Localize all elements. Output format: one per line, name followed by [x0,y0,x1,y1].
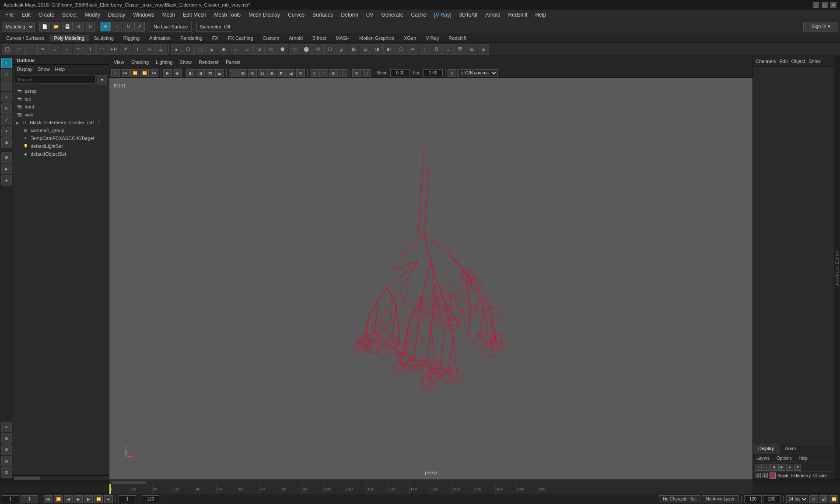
rp-layer-add-btn[interactable]: + [755,464,762,471]
vp-prev-key[interactable]: ⏪ [130,69,139,77]
tool-mirror[interactable]: ⇔ [407,44,418,55]
tool-bezier[interactable]: ◠ [96,44,108,55]
rp-layer-down-btn[interactable]: ▼ [794,464,801,471]
vp-gamma-select[interactable]: sRGB gamma [457,69,498,77]
outliner-item-side[interactable]: 📷 side [14,111,108,119]
rp-layer-del-btn[interactable]: - [763,464,770,471]
current-frame-input[interactable] [21,495,38,503]
layer-tool1[interactable]: ≡ [1,422,12,432]
tool-wire[interactable]: ⊡ [360,44,371,55]
rp-display-tab[interactable]: Display [753,444,780,454]
menu-generate[interactable]: Generate [378,11,406,19]
vp-prev-frame[interactable]: ⏮ [121,69,130,77]
vp-menu-lighting[interactable]: Lighting [153,59,175,66]
step-fwd-btn[interactable]: ⏩ [94,495,103,503]
bc-extra1[interactable]: ⚙ [809,495,818,503]
tool-ep[interactable]: EP [108,44,119,55]
outliner-item-tempcam[interactable]: ✦ TempCamFBXASCO46Target [14,134,108,142]
tool-curve1[interactable]: ⌒ [25,44,37,55]
vp-render3[interactable]: ▤ [248,69,257,77]
vp-loc1[interactable]: ⊕ [310,69,318,77]
tool-polygon[interactable]: ⬟ [277,44,288,55]
menu-select[interactable]: Select [59,11,80,19]
menu-3dtoall[interactable]: 3DToAll [456,11,481,19]
outliner-item-camera1group[interactable]: ⊞ camera1_group [14,126,108,134]
tool-square[interactable]: □ [14,44,25,55]
vp-menu-shading[interactable]: Shading [129,59,151,66]
vp-sel2[interactable]: ◨ [196,69,205,77]
rp-help-tab[interactable]: Help [795,455,811,462]
menu-redshift[interactable]: Redshift [505,11,531,19]
tab-custom[interactable]: Custom [258,35,284,42]
menu-create[interactable]: Create [35,11,58,19]
tool-circle[interactable]: ◯ [2,44,13,55]
bc-extra3[interactable]: 🔁 [830,495,838,503]
viewport-canvas[interactable]: front [109,78,752,480]
layer-tool5[interactable]: ⊡ [1,467,12,478]
frame-val-input[interactable] [119,495,136,503]
tool-bevel[interactable]: ⬠ [395,44,406,55]
vp-menu-renderer[interactable]: Renderer [196,59,221,66]
tool-fill[interactable]: ⬦ [442,44,454,55]
timeline-scroll-thumb[interactable] [111,481,146,484]
tab-mash[interactable]: MASH [331,35,354,42]
vp-render2[interactable]: ▦ [238,69,247,77]
scale-tool[interactable]: ⤢ [1,115,12,125]
minimize-button[interactable]: _ [813,2,819,8]
outliner-item-objectset[interactable]: ◈ defaultObjectSet [14,150,108,158]
timeline-track-scrollbar[interactable] [109,480,752,484]
maximize-button[interactable]: □ [822,2,828,8]
scale-btn[interactable]: ⤢ [134,22,145,32]
rp-layer-left-btn[interactable]: ◀ [770,464,777,471]
tool-smooth[interactable]: ◑ [371,44,383,55]
tool-curve3[interactable]: 〜 [73,44,84,55]
outliner-search-input[interactable] [15,76,96,84]
vp-iso2[interactable]: ⊡ [362,69,371,77]
rp-layers-tab[interactable]: Layers [753,455,773,462]
vp-render7[interactable]: ◪ [287,69,295,77]
vp-iso1[interactable]: ⊞ [352,69,361,77]
vp-render4[interactable]: ▥ [258,69,266,77]
vp-far-clip[interactable] [423,69,443,77]
universal-manip[interactable]: ✦ [1,126,12,136]
anim-end-input[interactable] [763,495,780,503]
tab-rigging[interactable]: Rigging [119,35,144,42]
rp-layer-right-btn[interactable]: ▶ [778,464,785,471]
menu-mesh-display[interactable]: Mesh Display [245,11,284,19]
menu-mesh-tools[interactable]: Mesh Tools [211,11,244,19]
tool-target-weld[interactable]: ⊕ [466,44,477,55]
no-character-set[interactable]: No Character Set [659,495,700,503]
tab-sculpting[interactable]: Sculpting [90,35,118,42]
tool-nurbs2[interactable]: ⊙ [253,44,265,55]
menu-uv[interactable]: UV [363,11,377,19]
menu-cache[interactable]: Cache [407,11,430,19]
layer-tool4[interactable]: ⊠ [1,456,12,466]
tool-extrude[interactable]: ↑ [419,44,430,55]
vp-menu-panels[interactable]: Panels [223,59,243,66]
vp-menu-view[interactable]: View [111,59,127,66]
outliner-menu-show[interactable]: Show [36,66,52,72]
tool-gear[interactable]: ⚙ [312,44,324,55]
tool-paint[interactable]: 🖌 [336,44,347,55]
tool-curve2[interactable]: ⌣ [61,44,72,55]
menu-mesh[interactable]: Mesh [159,11,178,19]
tool-torus[interactable]: ○ [230,44,241,55]
tab-fx-caching[interactable]: FX Caching [224,35,257,42]
outliner-item-persp[interactable]: 📷 persp [14,87,108,95]
sign-in-btn[interactable]: Sign In ▾ [803,22,838,32]
tool-svg[interactable]: S [144,44,155,55]
menu-help[interactable]: Help [532,11,550,19]
tool-xray[interactable]: ⊠ [348,44,359,55]
tool-cube[interactable]: ⬡ [182,44,194,55]
vp-loc3[interactable]: ◉ [329,69,338,77]
tool-pencil[interactable]: ✐ [120,44,131,55]
vp-sel3[interactable]: ⬒ [206,69,214,77]
fps-select[interactable]: 24 fps [786,495,808,503]
redo-btn[interactable]: ↻ [85,22,95,32]
layer-tool2[interactable]: ⊟ [1,433,12,444]
soft-mod-tool[interactable]: ◉ [1,137,12,148]
save-file-btn[interactable]: 💾 [62,22,73,32]
menu-deform[interactable]: Deform [337,11,361,19]
undo-btn[interactable]: ↺ [74,22,84,32]
layer-v-btn[interactable]: V [756,473,761,478]
